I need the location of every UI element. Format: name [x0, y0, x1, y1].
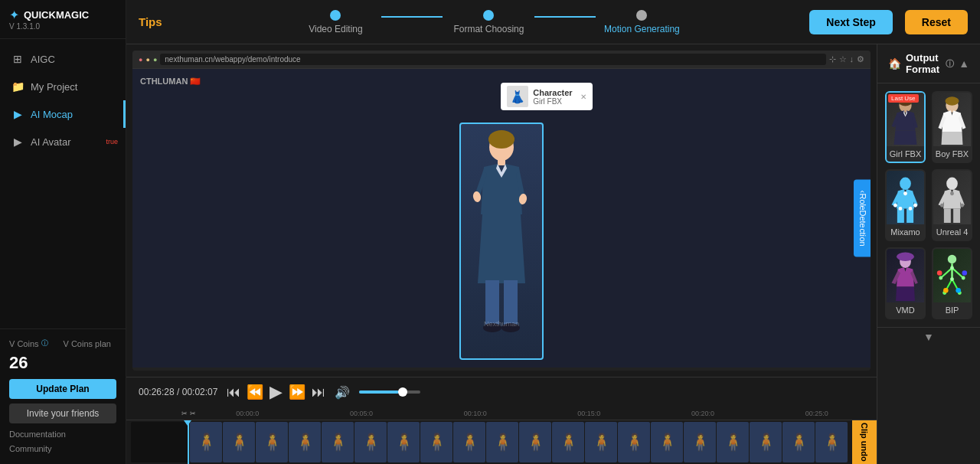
sidebar-label-aigc: AIGC: [31, 54, 55, 65]
thumb-frame-4: 🧍: [289, 422, 321, 462]
thumb-frame-5: 🧍: [322, 422, 354, 462]
format-card-boy-fbx[interactable]: Boy FBX: [932, 91, 972, 163]
ruler-mark-0: 00:00:0: [191, 410, 305, 417]
logo-icon: ✦: [9, 8, 19, 22]
svg-point-33: [948, 254, 956, 263]
skip-back-button[interactable]: ⏮: [227, 384, 240, 400]
video-panel: ● ● ● nexthuman.cn/webappy/demo/introduc…: [126, 44, 877, 464]
step-dot-format-choosing: [483, 10, 494, 21]
svg-point-24: [909, 206, 913, 210]
video-container: ● ● ● nexthuman.cn/webappy/demo/introduc…: [132, 51, 871, 371]
format-grid: Last Use Girl FBX: [877, 83, 980, 327]
panel-collapse-up[interactable]: ▲: [959, 57, 969, 70]
community-link[interactable]: Community: [9, 444, 52, 453]
panel-collapse-down[interactable]: ▼: [877, 327, 980, 346]
sidebar-logo: ✦ QUICKMAGIC V 1.3.1.0: [0, 0, 126, 39]
skip-forward-button[interactable]: ⏭: [312, 384, 325, 400]
coins-row: V Coins ⓘ V Coins plan: [9, 338, 116, 348]
svg-point-25: [946, 177, 958, 189]
character-popup[interactable]: 👗 Character Girl FBX ✕: [501, 83, 592, 110]
format-label-bip: BIP: [946, 302, 959, 318]
svg-point-23: [899, 206, 903, 210]
download-icon: ↓: [850, 54, 854, 64]
clip-undo-label: Clip undo: [860, 423, 869, 462]
thumb-frame-6: 🧍: [354, 422, 387, 462]
connector-2: [534, 16, 596, 18]
sidebar-item-aimocap[interactable]: ▶ AI Mocap: [0, 100, 126, 128]
volume-fill: [359, 390, 399, 394]
thumb-frame-15: 🧍: [651, 422, 683, 462]
right-panel: 🏠 Output Format ⓘ ▲ Last Use: [877, 44, 980, 464]
svg-point-47: [943, 288, 949, 293]
main-content: Tips Video Editing Format Choosing: [126, 0, 980, 464]
update-plan-button[interactable]: Update Plan: [9, 379, 116, 399]
svg-line-36: [952, 267, 964, 277]
invite-friends-button[interactable]: Invite your friends: [9, 404, 116, 423]
svg-point-29: [940, 203, 944, 207]
browser-dot-red: ●: [139, 56, 142, 64]
step-label-format-choosing: Format Choosing: [453, 24, 524, 34]
svg-point-46: [962, 270, 968, 276]
time-display: 00:26:28 / 00:02:07: [139, 387, 217, 397]
browser-bar: ● ● ● nexthuman.cn/webappy/demo/introduc…: [132, 51, 871, 69]
logo-text: QUICKMAGIC: [24, 9, 89, 21]
char-popup-close[interactable]: ✕: [580, 93, 586, 101]
ruler-mark-4: 00:20:0: [646, 410, 760, 417]
documentation-link[interactable]: Documentation: [9, 430, 116, 439]
format-img-unreal4: [933, 171, 971, 224]
thumb-frame-16: 🧍: [684, 422, 716, 462]
volume-thumb: [398, 387, 407, 397]
step-forward-button[interactable]: ⏩: [289, 384, 305, 400]
play-button[interactable]: ▶: [270, 382, 283, 402]
format-card-unreal4[interactable]: Unreal 4: [932, 169, 972, 241]
timeline-tracks[interactable]: 🧍 🧍 🧍 🧍 🧍 🧍 🧍 🧍 🧍 🧍 🧍 🧍 🧍 🧍: [126, 420, 877, 464]
header: Tips Video Editing Format Choosing: [126, 0, 980, 44]
reset-button[interactable]: Reset: [905, 10, 968, 34]
thumb-frame-2: 🧍: [223, 422, 255, 462]
format-card-mixamo[interactable]: Mixamo: [885, 169, 926, 241]
step-dot-motion-generating: [636, 10, 647, 21]
step-label-video-editing: Video Editing: [309, 24, 363, 34]
format-card-vmd[interactable]: VMD: [885, 247, 926, 319]
ruler-mark-3: 00:15:0: [532, 410, 646, 417]
stepper: Video Editing Format Choosing Motion Gen…: [181, 10, 798, 34]
role-detection-label14: n: [858, 241, 867, 246]
format-label-boy-fbx: Boy FBX: [936, 146, 969, 162]
tips-label: Tips: [139, 15, 162, 28]
format-img-bip: [933, 249, 971, 302]
sidebar-item-aiavatar[interactable]: ▶ AI Avatar true: [0, 128, 126, 155]
format-card-bip[interactable]: BIP: [932, 247, 972, 319]
vcoins-info-icon: ⓘ: [41, 338, 48, 348]
clip-undo-button[interactable]: Clip undo: [852, 420, 877, 464]
step-format-choosing: Format Choosing: [443, 10, 534, 34]
thumb-frame-18: 🧍: [750, 422, 782, 462]
character-figure: Nexthuman: [459, 123, 544, 360]
svg-point-21: [893, 203, 897, 207]
unreal4-svg: [933, 173, 971, 223]
format-label-unreal4: Unreal 4: [936, 224, 969, 240]
step-dot-video-editing: [330, 10, 341, 21]
char-popup-text: Character Girl FBX: [533, 88, 572, 106]
ruler-mark-2: 00:10:0: [418, 410, 532, 417]
blank-section: [131, 422, 189, 462]
thumbnail-strip: 🧍 🧍 🧍 🧍 🧍 🧍 🧍 🧍 🧍 🧍 🧍 🧍 🧍 🧍: [129, 420, 849, 464]
thumb-frame-8: 🧍: [420, 422, 452, 462]
role-detection-tab[interactable]: ‹ R o l e D e t e c t i o n: [854, 180, 871, 257]
format-card-girl-fbx[interactable]: Last Use Girl FBX: [885, 91, 926, 163]
volume-slider[interactable]: [359, 390, 420, 394]
coins-value: 26: [9, 353, 116, 373]
next-step-button[interactable]: Next Step: [809, 10, 893, 34]
thumb-frame-12: 🧍: [552, 422, 584, 462]
aigc-icon: ⊞: [11, 53, 24, 65]
thumb-frame-14: 🧍: [618, 422, 650, 462]
svg-rect-26: [944, 208, 951, 223]
format-img-vmd: [887, 249, 924, 302]
svg-point-20: [903, 191, 907, 195]
sidebar-item-aigc[interactable]: ⊞ AIGC: [0, 45, 126, 73]
thumb-frame-13: 🧍: [585, 422, 617, 462]
thumb-frame-17: 🧍: [717, 422, 749, 462]
sidebar-item-myproject[interactable]: 📁 My Project: [0, 73, 126, 100]
step-back-button[interactable]: ⏪: [247, 384, 263, 400]
svg-point-32: [897, 252, 914, 260]
thumb-frame-3: 🧍: [256, 422, 288, 462]
